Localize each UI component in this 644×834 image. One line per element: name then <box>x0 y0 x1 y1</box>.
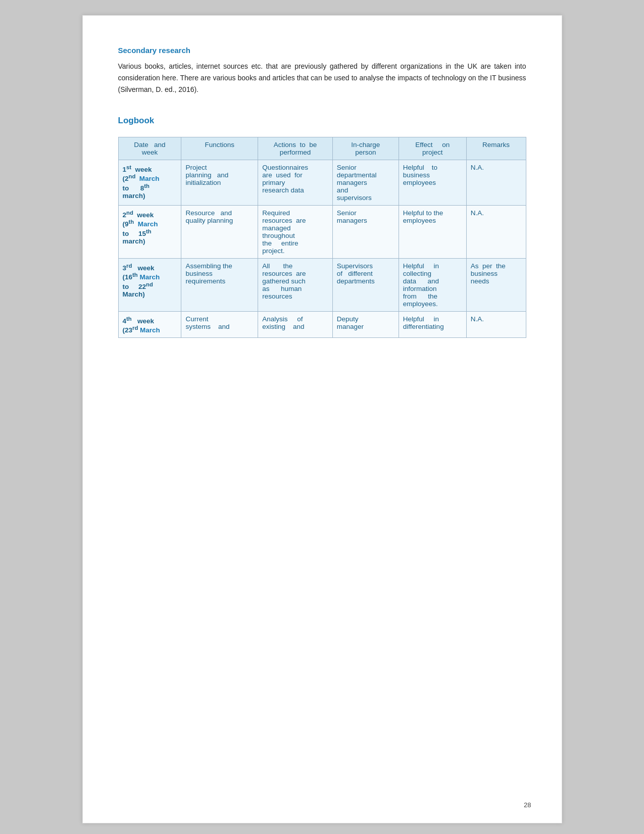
row4-functions: Currentsystems and <box>181 312 258 338</box>
row1-date: 1st week (2nd March to 8th march) <box>118 160 181 206</box>
row1-effect: Helpful tobusinessemployees <box>399 160 466 206</box>
table-row: 4th week (23rd March Currentsystems and … <box>118 312 526 338</box>
logbook-heading: Logbook <box>118 116 526 126</box>
page: Secondary research Various books, articl… <box>82 15 562 823</box>
logbook-table: Date and week Functions Actions to be pe… <box>118 137 526 338</box>
row1-remarks: N.A. <box>466 160 526 206</box>
col-header-incharge: In-charge person <box>332 137 399 160</box>
row2-functions: Resource andquality planning <box>181 206 258 259</box>
row1-incharge: Seniordepartmentalmanagersandsupervisors <box>332 160 399 206</box>
row1-functions: Projectplanning andinitialization <box>181 160 258 206</box>
table-header-row: Date and week Functions Actions to be pe… <box>118 137 526 160</box>
row3-remarks: As per thebusinessneeds <box>466 259 526 312</box>
col-header-remarks: Remarks <box>466 137 526 160</box>
row4-effect: Helpful indifferentiating <box>399 312 466 338</box>
secondary-research-paragraph: Various books, articles, internet source… <box>118 61 526 95</box>
row3-functions: Assembling thebusinessrequirements <box>181 259 258 312</box>
row2-date: 2nd week (9th March to 15th march) <box>118 206 181 259</box>
row4-actions: Analysis ofexisting and <box>258 312 333 338</box>
row2-incharge: Seniormanagers <box>332 206 399 259</box>
row3-date: 3rd week (16th March to 22nd March) <box>118 259 181 312</box>
table-row: 3rd week (16th March to 22nd March) Asse… <box>118 259 526 312</box>
col-header-functions: Functions <box>181 137 258 160</box>
row2-remarks: N.A. <box>466 206 526 259</box>
row4-incharge: Deputymanager <box>332 312 399 338</box>
col-header-effect: Effect on project <box>399 137 466 160</box>
col-header-actions: Actions to be performed <box>258 137 333 160</box>
row4-date: 4th week (23rd March <box>118 312 181 338</box>
row4-remarks: N.A. <box>466 312 526 338</box>
row2-effect: Helpful to theemployees <box>399 206 466 259</box>
row3-effect: Helpful incollectingdata andinformationf… <box>399 259 466 312</box>
row1-actions: Questionnairesare used forprimaryresearc… <box>258 160 333 206</box>
page-number: 28 <box>524 801 531 809</box>
row3-incharge: Supervisorsof differentdepartments <box>332 259 399 312</box>
row2-actions: Requiredresources aremanagedthroughoutth… <box>258 206 333 259</box>
secondary-research-heading: Secondary research <box>118 46 526 55</box>
table-row: 1st week (2nd March to 8th march) Projec… <box>118 160 526 206</box>
row3-actions: All theresources aregathered suchas huma… <box>258 259 333 312</box>
col-header-date: Date and week <box>118 137 181 160</box>
table-row: 2nd week (9th March to 15th march) Resou… <box>118 206 526 259</box>
